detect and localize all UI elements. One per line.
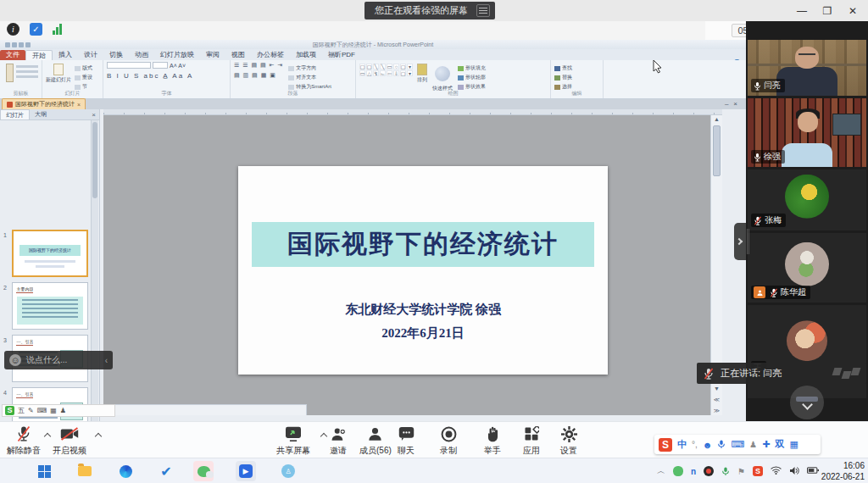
start-video-button[interactable]: 开启视频 <box>53 425 86 457</box>
record-button[interactable]: 录制 <box>439 425 458 457</box>
ribbon-tab-animations[interactable]: 动画 <box>129 50 154 60</box>
chat-input-pill[interactable]: ☺ 说点什么... ‹ <box>4 351 113 369</box>
tray-expand-icon[interactable]: ︿ <box>657 465 665 477</box>
layout-button[interactable]: 版式 <box>75 64 92 72</box>
apps-button[interactable]: 应用 <box>522 425 541 457</box>
ime-emoji-icon[interactable]: ☻ <box>703 440 713 450</box>
meeting-app-icon[interactable]: ▶ <box>236 461 256 481</box>
shape-outline-button[interactable]: 形状轮廓 <box>458 74 486 81</box>
new-slide-button[interactable]: 新建幻灯片 <box>46 62 71 91</box>
invite-button[interactable]: 邀请 <box>329 425 348 457</box>
ribbon-tab-addins[interactable]: 加载项 <box>290 50 322 60</box>
qq-tray-icon[interactable] <box>704 466 714 476</box>
tray-mic-icon[interactable] <box>721 466 730 477</box>
ribbon-tab-foxitpdf[interactable]: 福昕PDF <box>322 50 361 60</box>
scroll-down-icon[interactable]: ▼ <box>711 386 722 391</box>
document-tab[interactable]: 国际视野下的经济统计 × <box>2 98 86 109</box>
scrollbar-thumb[interactable] <box>713 125 721 176</box>
ribbon-tab-review[interactable]: 审阅 <box>200 50 225 60</box>
ribbon-tab-transitions[interactable]: 切换 <box>103 50 129 60</box>
slide-thumbnail-2[interactable]: 主要内容 <box>12 282 88 330</box>
sidebar-resize-grip[interactable] <box>747 229 749 254</box>
wifi-icon[interactable] <box>771 466 782 476</box>
video-tile-zhangmei[interactable]: 张梅 <box>748 169 866 230</box>
doc-minimize-icon[interactable]: – <box>725 100 728 108</box>
horizontal-scrollbar[interactable] <box>103 404 307 415</box>
shape-fill-button[interactable]: 形状填充 <box>458 64 486 72</box>
wechat-icon[interactable] <box>193 461 214 481</box>
ribbon-tab-home[interactable]: 开始 <box>25 50 53 60</box>
chat-button[interactable]: 聊天 <box>397 425 415 457</box>
settings-button[interactable]: 设置 <box>559 425 578 457</box>
panel-close-icon[interactable]: × <box>92 111 96 119</box>
share-options-caret[interactable] <box>320 432 327 439</box>
sidebar-collapse-handle[interactable] <box>734 223 746 260</box>
maximize-button[interactable]: ❐ <box>815 2 839 20</box>
next-slide-icon[interactable]: ≫ <box>711 408 722 414</box>
emoji-icon[interactable]: ☺ <box>9 354 21 366</box>
sogou-ime-bar[interactable]: S 中 °, ☻ ⌨ ♟ ✚ 双 ▦ <box>654 435 821 454</box>
participant-list-icon[interactable] <box>476 4 490 17</box>
mic-options-caret[interactable] <box>44 432 51 439</box>
scroll-up-icon[interactable]: ▲ <box>711 116 722 122</box>
ime-keyboard-icon[interactable]: ⌨ <box>731 439 744 450</box>
paste-icon[interactable] <box>6 64 14 82</box>
collapse-chat-icon[interactable]: ‹ <box>105 356 108 365</box>
ime-mic-icon[interactable] <box>717 439 726 450</box>
doc-close-icon[interactable]: × <box>733 100 737 108</box>
wechat-tray-icon[interactable] <box>673 466 683 476</box>
video-tile-xuqiang[interactable]: 徐强 <box>748 98 866 167</box>
sogou-tray-icon[interactable]: S <box>753 466 763 476</box>
avatar-app-icon[interactable]: ♙ <box>278 461 298 481</box>
tab-outline[interactable]: 大纲 <box>30 109 52 119</box>
arrange-button[interactable]: 排列 <box>417 62 427 92</box>
file-explorer-icon[interactable] <box>75 461 95 481</box>
ribbon-tab-insert[interactable]: 插入 <box>53 50 78 60</box>
unmute-button[interactable]: 解除静音 <box>7 425 41 457</box>
align-buttons[interactable]: ▤ ▥ ▤ ▦ ▣ <box>234 72 283 79</box>
video-options-caret[interactable] <box>95 432 102 439</box>
thumbnail-scrollbar[interactable] <box>91 120 98 421</box>
tab-slides[interactable]: 幻灯片 <box>0 109 30 119</box>
tray-flag-icon[interactable]: ⚑ <box>737 467 745 476</box>
taskbar-clock[interactable]: 16:06 2022-06-21 <box>821 460 865 482</box>
sogou-icon[interactable]: S <box>659 438 672 452</box>
font-name-select[interactable] <box>107 62 151 69</box>
battery-icon[interactable] <box>807 466 819 476</box>
font-size-select[interactable] <box>153 62 168 69</box>
ime-grid-icon[interactable]: ▦ <box>789 439 798 450</box>
ribbon-tab-officetab[interactable]: 办公标签 <box>251 50 290 60</box>
shapes-gallery[interactable]: ▢▢╲╲▭○▢▾ ▭△↯⌙⇦⇩▢▾ <box>359 62 413 92</box>
ime-extra[interactable]: 双 <box>775 438 784 451</box>
volume-icon[interactable] <box>789 466 799 477</box>
todo-app-icon[interactable]: ✔ <box>156 461 176 481</box>
clipboard-small-buttons[interactable] <box>16 65 38 84</box>
raise-hand-button[interactable]: 举手 <box>483 425 502 457</box>
doc-tab-close-icon[interactable]: × <box>77 102 81 108</box>
reset-button[interactable]: 重设 <box>75 74 92 81</box>
quick-styles-button[interactable]: 快速样式 <box>431 62 453 92</box>
ime-person-icon[interactable]: ♟ <box>749 440 757 449</box>
share-screen-button[interactable]: 共享屏幕 <box>276 425 310 457</box>
ribbon-tab-file[interactable]: 文件 <box>0 50 25 60</box>
ime-punct[interactable]: °, <box>692 440 698 449</box>
ime-skin-icon[interactable]: ✚ <box>762 439 770 450</box>
collapse-videos-button[interactable] <box>790 386 824 419</box>
slide-canvas[interactable]: 国际视野下的经济统计 东北财经大学统计学院 徐强 2022年6月21日 <box>238 166 608 375</box>
ribbon-tab-view[interactable]: 视图 <box>225 50 251 60</box>
ribbon-tab-design[interactable]: 设计 <box>78 50 103 60</box>
font-style-buttons[interactable]: B I U S abc A̲ Aa A <box>107 72 226 80</box>
find-button[interactable]: 查找 <box>554 64 599 72</box>
ribbon-tab-slideshow[interactable]: 幻灯片放映 <box>154 50 200 60</box>
ime-mode[interactable]: 中 <box>677 438 687 451</box>
tray-n-icon[interactable]: n <box>691 467 696 476</box>
slide-thumbnail-1[interactable]: 国际视野下的经济统计 <box>12 230 88 277</box>
minimize-button[interactable]: — <box>790 2 814 20</box>
close-button[interactable]: ✕ <box>841 2 865 20</box>
list-indent-buttons[interactable]: ☰ ☰ ▤ ▤ ⇤ ⇥ <box>234 62 283 69</box>
members-button[interactable]: 成员(56) <box>359 425 392 457</box>
replace-button[interactable]: 替换 <box>554 74 599 81</box>
video-tile-chenhuachao[interactable]: 陈华超 <box>748 233 866 303</box>
video-tile-wang[interactable]: 王 <box>748 305 866 398</box>
edge-browser-icon[interactable] <box>115 461 136 481</box>
